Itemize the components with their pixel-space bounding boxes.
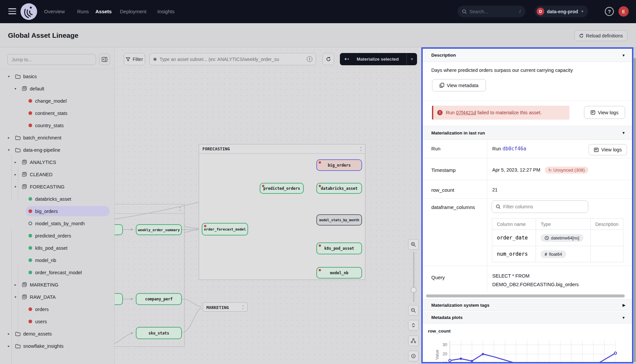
search-input[interactable] [469, 9, 517, 14]
zoom-in-button[interactable] [408, 239, 419, 250]
sidebar-item-ANALYTICS[interactable]: ▸ANALYTICS [0, 156, 114, 168]
reload-definitions-button[interactable]: Reload definitions [574, 30, 627, 41]
collapse-group-icon[interactable]: ⌃⌄ [179, 207, 181, 211]
sidebar-item-demo_assets[interactable]: ▸demo_assets [0, 328, 114, 340]
graph-node-partial[interactable] [115, 224, 123, 235]
sidebar-item-continent_stats[interactable]: continent_stats [0, 107, 114, 119]
metadata-plots-section-header[interactable]: Metadata plots ▼ [423, 312, 632, 324]
jump-to-input[interactable] [7, 54, 96, 65]
sidebar-item-data-eng-pipeline[interactable]: ▾data-eng-pipeline [0, 144, 114, 156]
sidebar-item-users[interactable]: users [0, 315, 114, 328]
materialization-section-header[interactable]: Materialization in last run ▼ [423, 126, 632, 140]
caret-right-icon[interactable]: ▸ [8, 136, 15, 139]
help-icon[interactable]: ? [605, 7, 614, 16]
sidebar-item-snowflake_insights[interactable]: ▸snowflake_insights [0, 340, 114, 352]
asset-group-header[interactable]: FORECASTING ⌃⌄ [199, 144, 365, 154]
graph-node-order_forecast_model[interactable]: order_forecast_model [202, 223, 248, 235]
graph-layout-button[interactable] [408, 336, 419, 346]
dagster-logo-icon[interactable] [21, 3, 37, 20]
graph-node-weekly_order_summary[interactable]: weekly_order_summary [136, 224, 182, 235]
zoom-slider-track[interactable] [413, 252, 414, 302]
filter-columns-input[interactable] [503, 204, 584, 209]
nav-overview[interactable]: Overview [44, 0, 65, 23]
view-metadata-button[interactable]: View metadata [432, 79, 486, 91]
sidebar-item-k8s_pod_asset[interactable]: k8s_pod_asset [0, 242, 114, 254]
sidebar-item-batch_enrichment[interactable]: ▸batch_enrichment [0, 131, 114, 144]
zoom-slider-handle[interactable] [411, 287, 416, 293]
sidebar-item-model_nb[interactable]: model_nb [0, 254, 114, 266]
sidebar-item-order_forecast_model[interactable]: order_forecast_model [0, 266, 114, 279]
failed-run-link[interactable]: 07f4421d [456, 110, 476, 115]
sidebar-item-label: country_stats [35, 123, 64, 128]
global-search[interactable]: / [457, 6, 525, 17]
asset-subset-input[interactable] [160, 57, 304, 62]
caret-right-icon[interactable]: ▸ [15, 283, 22, 286]
sidebar-item-CLEANED[interactable]: ▸CLEANED [0, 168, 114, 181]
refresh-graph-button[interactable] [322, 53, 334, 65]
caret-down-icon[interactable]: ▾ [15, 295, 22, 299]
asset-group-header[interactable]: MARKETING ⌃⌄ [203, 303, 247, 312]
sidebar-item-FORECASTING[interactable]: ▾FORECASTING [0, 181, 114, 193]
graph-node-model_stats_by_month[interactable]: model_stats_by_month [316, 214, 362, 226]
caret-down-icon[interactable]: ▾ [8, 75, 15, 78]
sidebar-item-orders[interactable]: orders [0, 303, 114, 315]
graph-node-sku_stats[interactable]: sku_stats [136, 327, 182, 339]
caret-right-icon[interactable]: ▸ [15, 173, 22, 176]
nav-runs[interactable]: Runs [77, 0, 89, 23]
graph-node-model_nb[interactable]: model_nb [316, 267, 362, 279]
system-tags-section-header[interactable]: Materialization system tags ▶ [423, 299, 632, 311]
graph-node-partial[interactable] [115, 293, 123, 305]
user-avatar[interactable]: E [618, 6, 629, 17]
deployment-switcher[interactable]: D data-eng-prod ▼ [535, 6, 588, 17]
panel-scrollbar[interactable] [633, 47, 636, 364]
graph-node-big_orders[interactable]: big_orders [316, 159, 362, 171]
sidebar-item-RAW_DATA[interactable]: ▾RAW_DATA [0, 291, 114, 303]
sidebar-item-big_orders[interactable]: big_orders [0, 205, 114, 217]
view-logs-button-alert[interactable]: View logs [584, 106, 625, 119]
sidebar-item-country_stats[interactable]: country_stats [0, 119, 114, 131]
sidebar-item-basics[interactable]: ▾basics [0, 70, 114, 82]
graph-node-company_perf[interactable]: company_perf [136, 293, 182, 305]
zoom-out-button[interactable] [408, 305, 419, 316]
caret-down-icon[interactable]: ▾ [8, 148, 15, 152]
graph-node-databricks_asset[interactable]: databricks_asset [316, 183, 362, 194]
recenter-view-button[interactable] [408, 351, 419, 361]
sidebar-item-predicted_orders[interactable]: predicted_orders [0, 230, 114, 242]
sidebar-item-model_stats_by_month[interactable]: model_stats_by_month [0, 217, 114, 230]
run-id-link[interactable]: db0cf46a [503, 146, 526, 152]
caret-down-icon[interactable]: ▾ [15, 185, 22, 188]
collapse-sidebar-button[interactable] [99, 54, 110, 65]
run-value: Run db0cf46a [492, 146, 526, 152]
menu-icon[interactable] [8, 8, 16, 15]
info-icon[interactable]: i [307, 56, 312, 62]
description-section-header[interactable]: Description ▼ [423, 49, 632, 62]
graph-node-predicted_orders[interactable]: predicted_orders [260, 183, 304, 194]
collapse-all-groups-button[interactable] [408, 320, 419, 331]
view-logs-button-run[interactable]: View logs [589, 144, 627, 155]
materialize-selected-button[interactable]: ✦• Materialize selected ▼ [340, 53, 417, 65]
caret-down-icon[interactable]: ▾ [15, 87, 22, 90]
filter-columns-field[interactable] [492, 200, 588, 213]
lineage-graph-canvas[interactable]: ⌃⌄ FORECASTING ⌃⌄ MARKETING ⌃⌄ weekly_or… [115, 47, 421, 364]
nav-deployment[interactable]: Deployment [120, 0, 146, 23]
asset-group-marketing[interactable]: MARKETING ⌃⌄ [203, 302, 247, 312]
caret-right-icon[interactable]: ▸ [15, 160, 22, 164]
sidebar-item-MARKETING[interactable]: ▸MARKETING [0, 279, 114, 291]
failed-status-dot [319, 244, 321, 247]
sidebar-item-default[interactable]: ▾default [0, 82, 114, 95]
nav-assets[interactable]: Assets [95, 0, 112, 23]
asset-group-header[interactable]: ⌃⌄ [115, 204, 184, 214]
sidebar-item-databricks_asset[interactable]: databricks_asset [0, 193, 114, 205]
caret-right-icon[interactable]: ▸ [8, 344, 15, 348]
collapse-group-icon[interactable]: ⌃⌄ [242, 306, 244, 309]
collapse-group-icon[interactable]: ⌃⌄ [360, 147, 362, 151]
caret-right-icon[interactable]: ▸ [8, 332, 15, 336]
nav-insights[interactable]: Insights [157, 0, 175, 23]
filter-button[interactable]: Filter [124, 53, 145, 65]
asset-subset-field[interactable]: ✱ i [149, 53, 316, 65]
graph-node-k8s_pod_asset[interactable]: k8s_pod_asset [316, 242, 362, 254]
panel-scrollbar-thumb[interactable] [634, 58, 636, 362]
horizontal-scrollbar[interactable] [426, 294, 625, 297]
sidebar-item-change_model[interactable]: change_model [0, 95, 114, 107]
materialize-options-caret[interactable]: ▼ [406, 53, 417, 65]
